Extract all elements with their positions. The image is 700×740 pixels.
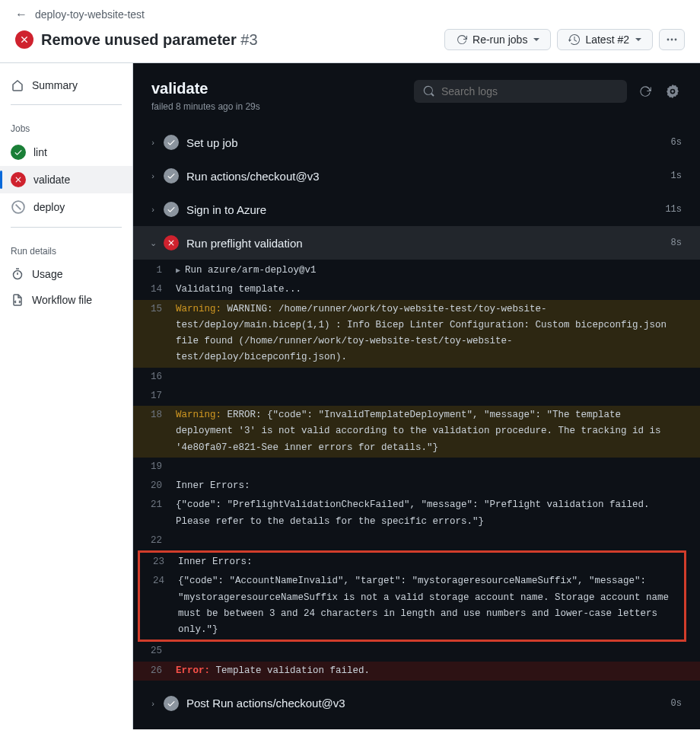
caret-down-icon bbox=[533, 38, 539, 41]
step-duration: 8s bbox=[671, 238, 682, 248]
svg-point-0 bbox=[667, 39, 670, 41]
sidebar-item-label: Summary bbox=[32, 79, 78, 91]
kebab-icon bbox=[666, 33, 678, 46]
log-line: 19 bbox=[133, 458, 700, 477]
log-line: 25 bbox=[133, 642, 700, 661]
sidebar-item-label: lint bbox=[33, 146, 47, 158]
log-line: 22 bbox=[133, 531, 700, 550]
sidebar-details-heading: Run details bbox=[0, 234, 132, 261]
failure-icon bbox=[164, 235, 179, 250]
step-name: Set up job bbox=[186, 136, 671, 149]
success-icon bbox=[164, 168, 179, 183]
sidebar-item-label: Workflow file bbox=[32, 294, 92, 306]
home-icon bbox=[11, 78, 24, 92]
success-icon bbox=[164, 696, 179, 711]
step-row[interactable]: ›Run actions/checkout@v31s bbox=[133, 159, 700, 193]
sidebar-job-validate[interactable]: validate bbox=[0, 166, 132, 193]
log-line: 20Inner Errors: bbox=[133, 477, 700, 496]
success-icon bbox=[11, 145, 26, 160]
sync-icon bbox=[456, 33, 468, 46]
svg-point-1 bbox=[671, 39, 673, 41]
sidebar-jobs-heading: Jobs bbox=[0, 111, 132, 139]
step-duration: 0s bbox=[671, 698, 682, 709]
step-name: Run actions/checkout@v3 bbox=[186, 170, 671, 183]
step-duration: 1s bbox=[671, 171, 682, 181]
step-row[interactable]: ›Post Run actions/checkout@v30s bbox=[133, 687, 700, 720]
log-line: 24{"code": "AccountNameInvalid", "target… bbox=[140, 572, 684, 640]
step-row[interactable]: ›Complete job0s bbox=[133, 720, 700, 729]
sidebar-item-label: Usage bbox=[32, 268, 62, 280]
refresh-logs-button[interactable] bbox=[636, 82, 654, 100]
log-line: 21{"code": "PreflightValidationCheckFail… bbox=[133, 496, 700, 531]
search-icon bbox=[423, 85, 435, 97]
skipped-icon bbox=[11, 199, 26, 215]
sidebar-item-label: deploy bbox=[33, 201, 65, 213]
failure-icon bbox=[11, 172, 26, 187]
success-icon bbox=[164, 202, 179, 217]
step-duration: 11s bbox=[665, 204, 682, 215]
svg-point-2 bbox=[675, 39, 677, 41]
log-line: 1▶Run azure/arm-deploy@v1 bbox=[133, 261, 700, 280]
log-line: 16 bbox=[133, 368, 700, 387]
success-icon bbox=[164, 135, 179, 150]
log-line: 14Validating template... bbox=[133, 280, 700, 299]
step-row[interactable]: ⌄Run preflight validation8s bbox=[133, 226, 700, 260]
search-logs[interactable] bbox=[414, 80, 627, 103]
job-title: validate bbox=[151, 80, 260, 97]
page-title: Remove unused parameter #3 bbox=[41, 31, 258, 49]
sidebar: Summary Jobs lint validate deploy Run de… bbox=[0, 62, 133, 729]
chevron-icon: ⌄ bbox=[147, 238, 159, 248]
stopwatch-icon bbox=[11, 267, 24, 281]
history-icon bbox=[568, 33, 581, 46]
step-name: Post Run actions/checkout@v3 bbox=[186, 697, 671, 710]
sidebar-item-label: validate bbox=[33, 174, 70, 186]
step-row[interactable]: ›Sign in to Azure11s bbox=[133, 193, 700, 226]
chevron-icon: › bbox=[147, 205, 159, 214]
log-line: 23Inner Errors: bbox=[140, 553, 684, 572]
log-line: 15Warning: WARNING: /home/runner/work/to… bbox=[133, 300, 700, 368]
chevron-icon: › bbox=[147, 171, 159, 180]
step-name: Run preflight validation bbox=[186, 237, 671, 250]
chevron-icon: › bbox=[147, 699, 159, 708]
latest-run-button[interactable]: Latest #2 bbox=[557, 29, 653, 50]
more-actions-button[interactable] bbox=[659, 29, 685, 50]
file-icon bbox=[11, 293, 24, 307]
rerun-jobs-button[interactable]: Re-run jobs bbox=[444, 29, 551, 50]
job-subtitle: failed 8 minutes ago in 29s bbox=[151, 101, 260, 112]
log-line: 26Error: Template validation failed. bbox=[133, 662, 700, 681]
breadcrumb[interactable]: deploy-toy-website-test bbox=[35, 8, 145, 21]
back-arrow-icon[interactable]: ← bbox=[15, 8, 27, 21]
step-name: Sign in to Azure bbox=[186, 203, 665, 216]
settings-button[interactable] bbox=[663, 82, 682, 100]
caret-down-icon bbox=[635, 38, 641, 41]
log-line: 18Warning: ERROR: {"code": "InvalidTempl… bbox=[133, 406, 700, 458]
log-panel: validate failed 8 minutes ago in 29s ›Se… bbox=[133, 62, 700, 729]
chevron-icon: › bbox=[147, 138, 159, 147]
step-duration: 6s bbox=[671, 137, 682, 148]
step-row[interactable]: ›Set up job6s bbox=[133, 126, 700, 159]
sidebar-usage[interactable]: Usage bbox=[0, 261, 132, 287]
run-status-failure-icon bbox=[15, 30, 33, 49]
sidebar-workflow-file[interactable]: Workflow file bbox=[0, 287, 132, 313]
log-line: 17 bbox=[133, 387, 700, 406]
search-input[interactable] bbox=[441, 85, 618, 97]
sidebar-job-lint[interactable]: lint bbox=[0, 139, 132, 166]
log-area: 1▶Run azure/arm-deploy@v114Validating te… bbox=[133, 260, 700, 687]
sidebar-summary[interactable]: Summary bbox=[0, 72, 132, 98]
highlighted-error: 23Inner Errors:24{"code": "AccountNameIn… bbox=[138, 550, 686, 642]
sidebar-job-deploy[interactable]: deploy bbox=[0, 193, 132, 221]
